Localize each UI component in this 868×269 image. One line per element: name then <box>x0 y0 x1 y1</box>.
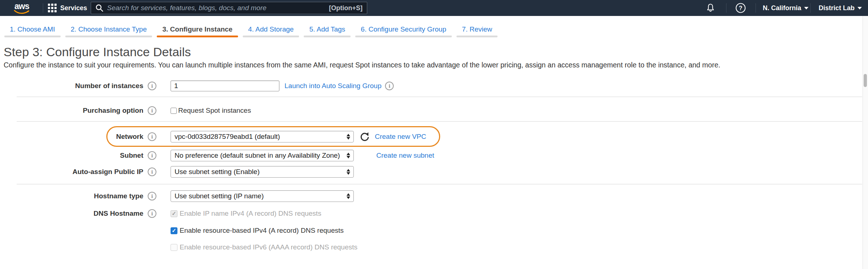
tab-label: 1. Choose AMI <box>4 25 61 34</box>
refresh-icon <box>360 132 370 142</box>
auto-assign-public-ip-label: Auto-assign Public IP <box>0 168 143 176</box>
tab-underline <box>355 36 452 37</box>
services-menu[interactable]: Services <box>48 0 87 16</box>
network-label: Network <box>0 133 143 141</box>
refresh-vpc-button[interactable] <box>360 132 370 142</box>
network-select[interactable]: vpc-0d033d287579eabd1 (default) <box>171 131 354 142</box>
enable-resource-based-ipv4-dns-checkbox[interactable] <box>171 227 177 234</box>
tab-label: 7. Review <box>456 25 498 34</box>
row-dns-hostname: DNS Hostname i Enable IP name IPv4 (A re… <box>0 207 835 220</box>
services-grid-icon <box>48 4 57 12</box>
subnet-select-value: No preference (default subnet in any Ava… <box>175 152 340 160</box>
info-icon[interactable]: i <box>148 82 156 90</box>
topbar-divider <box>43 3 43 13</box>
create-new-vpc-link[interactable]: Create new VPC <box>375 133 426 141</box>
chevron-down-icon <box>857 7 862 9</box>
chevron-down-icon <box>804 7 808 9</box>
tab-add-storage[interactable]: 4. Add Storage <box>243 25 299 37</box>
tab-label: 2. Choose Instance Type <box>65 25 152 34</box>
info-icon[interactable]: i <box>148 167 156 176</box>
info-icon[interactable]: i <box>148 106 156 115</box>
tab-underline-active <box>157 36 238 37</box>
info-icon[interactable]: i <box>148 151 156 160</box>
dns-hostname-label: DNS Hostname <box>0 210 143 218</box>
notifications-button[interactable] <box>705 0 716 16</box>
tab-label: 3. Configure Instance <box>157 25 238 34</box>
enable-resource-based-ipv6-dns-label: Enable resource-based IPv6 (AAAA record)… <box>180 243 357 251</box>
row-dns-hostname-option-3: Enable resource-based IPv6 (AAAA record)… <box>0 241 835 253</box>
tab-underline <box>243 36 299 37</box>
request-spot-instances-label: Request Spot instances <box>178 107 251 115</box>
search-placeholder: Search for services, features, blogs, do… <box>107 4 326 12</box>
section-divider <box>17 121 862 122</box>
auto-assign-public-ip-value: Use subnet setting (Enable) <box>175 168 259 176</box>
services-label: Services <box>60 4 87 12</box>
row-subnet: Subnet i No preference (default subnet i… <box>0 149 835 162</box>
tab-choose-ami[interactable]: 1. Choose AMI <box>4 25 61 37</box>
purchasing-option-label: Purchasing option <box>0 107 143 115</box>
bell-icon <box>705 3 716 13</box>
info-icon[interactable]: i <box>148 132 156 141</box>
row-hostname-type: Hostname type i Use subnet setting (IP n… <box>0 190 835 202</box>
tab-underline <box>4 36 61 37</box>
section-divider <box>17 184 862 185</box>
subnet-label: Subnet <box>0 152 143 160</box>
topbar-divider <box>810 3 811 13</box>
row-number-of-instances: Number of instances i Launch into Auto S… <box>0 80 835 92</box>
request-spot-instances-checkbox[interactable] <box>171 108 177 114</box>
section-divider <box>17 96 862 97</box>
hostname-type-value: Use subnet setting (IP name) <box>175 192 264 200</box>
help-button[interactable]: ? <box>735 0 746 16</box>
aws-logo[interactable]: aws <box>12 3 31 14</box>
page-description: Configure the instance to suit your requ… <box>4 61 720 69</box>
question-mark-icon: ? <box>735 3 746 13</box>
tab-configure-instance[interactable]: 3. Configure Instance <box>157 25 238 37</box>
tab-configure-security-group[interactable]: 6. Configure Security Group <box>355 25 452 37</box>
tab-underline <box>456 36 498 37</box>
enable-ip-name-ipv4-dns-checkbox <box>171 210 177 217</box>
enable-resource-based-ipv6-dns-checkbox <box>171 244 177 251</box>
aws-console-topbar: aws Services Search for services, <box>0 0 868 16</box>
page-title: Step 3: Configure Instance Details <box>4 45 191 59</box>
vertical-scrollbar-track[interactable] <box>863 16 868 269</box>
tab-underline <box>65 36 152 37</box>
number-of-instances-label: Number of instances <box>0 82 143 90</box>
auto-assign-public-ip-select[interactable]: Use subnet setting (Enable) <box>171 166 354 178</box>
row-purchasing-option: Purchasing option i Request Spot instanc… <box>0 104 835 117</box>
number-of-instances-input[interactable] <box>171 80 279 91</box>
enable-ip-name-ipv4-dns-label: Enable IP name IPv4 (A record) DNS reque… <box>180 210 321 218</box>
info-icon[interactable]: i <box>385 82 394 90</box>
tab-label: 4. Add Storage <box>243 25 299 34</box>
select-spinner-icon <box>347 169 350 175</box>
ec2-launch-wizard-screen: aws Services Search for services, <box>0 0 868 269</box>
topbar-divider <box>726 3 726 13</box>
tab-label: 6. Configure Security Group <box>355 25 452 34</box>
tab-review[interactable]: 7. Review <box>456 25 498 37</box>
vertical-scrollbar-thumb[interactable] <box>864 74 867 87</box>
enable-resource-based-ipv4-dns-label: Enable resource-based IPv4 (A record) DN… <box>180 227 344 235</box>
select-spinner-icon <box>347 193 350 199</box>
search-shortcut-hint: [Option+S] <box>329 4 363 12</box>
tab-add-tags[interactable]: 5. Add Tags <box>304 25 351 37</box>
search-icon <box>95 4 103 12</box>
aws-logo-text: aws <box>12 3 31 10</box>
hostname-type-select[interactable]: Use subnet setting (IP name) <box>171 190 354 202</box>
row-network: Network i vpc-0d033d287579eabd1 (default… <box>0 131 835 143</box>
search-input[interactable]: Search for services, features, blogs, do… <box>91 2 367 14</box>
info-icon[interactable]: i <box>148 209 156 218</box>
region-selector[interactable]: N. California <box>763 0 808 16</box>
account-label: District Lab <box>819 4 855 12</box>
account-menu[interactable]: District Lab <box>819 0 862 16</box>
create-new-subnet-link[interactable]: Create new subnet <box>376 152 434 160</box>
topbar-divider <box>756 3 756 13</box>
region-label: N. California <box>763 4 801 12</box>
tab-label: 5. Add Tags <box>304 25 351 34</box>
select-spinner-icon <box>347 153 350 158</box>
subnet-select[interactable]: No preference (default subnet in any Ava… <box>171 150 354 161</box>
svg-text:?: ? <box>739 5 742 11</box>
info-icon[interactable]: i <box>148 192 156 200</box>
tab-choose-instance-type[interactable]: 2. Choose Instance Type <box>65 25 152 37</box>
launch-into-auto-scaling-group-link[interactable]: Launch into Auto Scaling Group <box>284 82 381 90</box>
row-auto-assign-public-ip: Auto-assign Public IP i Use subnet setti… <box>0 166 835 178</box>
row-dns-hostname-option-2: Enable resource-based IPv4 (A record) DN… <box>0 224 835 237</box>
